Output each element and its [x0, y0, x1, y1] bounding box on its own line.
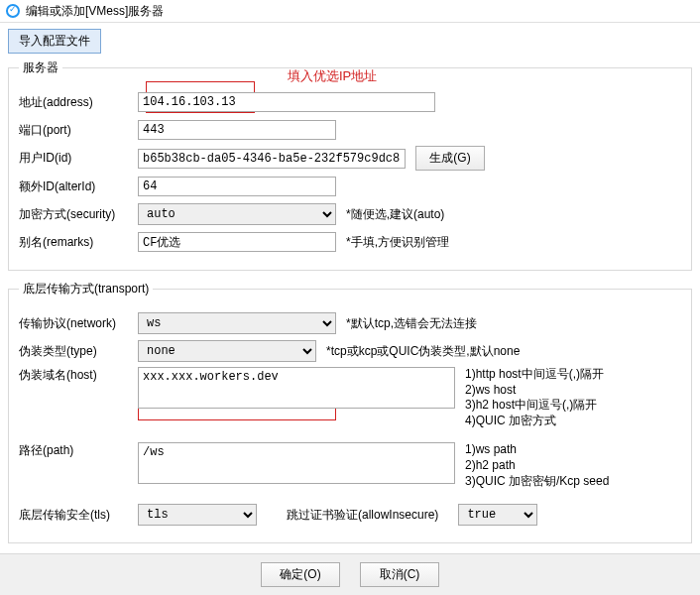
security-label: 加密方式(security) — [19, 206, 138, 223]
titlebar: 编辑或添加[VMess]服务器 — [0, 0, 700, 23]
transport-fieldset: 底层传输方式(transport) 传输协议(network) ws *默认tc… — [8, 281, 692, 543]
server-fieldset: 服务器 地址(address) 端口(port) 用户ID(id) 生成(G) … — [8, 60, 692, 271]
network-note: *默认tcp,选错会无法连接 — [346, 315, 477, 332]
path-label: 路径(path) — [19, 442, 138, 459]
type-select[interactable]: none — [138, 340, 316, 362]
port-input[interactable] — [138, 120, 336, 140]
userid-label: 用户ID(id) — [19, 150, 138, 167]
path-input[interactable] — [138, 442, 455, 484]
alterid-input[interactable] — [138, 177, 336, 196]
address-input[interactable] — [138, 92, 435, 112]
remarks-label: 别名(remarks) — [19, 234, 138, 251]
port-label: 端口(port) — [19, 122, 138, 139]
tls-select[interactable]: tls — [138, 504, 257, 526]
path-hints: 1)ws path 2)h2 path 3)QUIC 加密密钥/Kcp seed — [465, 442, 609, 489]
alterid-label: 额外ID(alterId) — [19, 178, 138, 195]
security-select[interactable]: auto — [138, 203, 336, 225]
transport-legend: 底层传输方式(transport) — [19, 281, 153, 298]
host-input[interactable] — [138, 367, 455, 409]
host-hints: 1)http host中间逗号(,)隔开 2)ws host 3)h2 host… — [465, 367, 604, 428]
type-label: 伪装类型(type) — [19, 343, 138, 360]
generate-button[interactable]: 生成(G) — [415, 146, 485, 171]
remarks-note: *手填,方便识别管理 — [346, 234, 449, 251]
window-title: 编辑或添加[VMess]服务器 — [26, 3, 164, 20]
window: 编辑或添加[VMess]服务器 导入配置文件 填入优选IP地址 服务器 地址(a… — [0, 0, 700, 595]
allowinsecure-label: 跳过证书验证(allowInsecure) — [287, 507, 438, 524]
server-legend: 服务器 — [19, 60, 62, 76]
remarks-input[interactable] — [138, 232, 336, 252]
network-label: 传输协议(network) — [19, 315, 138, 332]
address-label: 地址(address) — [19, 94, 138, 111]
tls-label: 底层传输安全(tls) — [19, 507, 138, 524]
type-note: *tcp或kcp或QUIC伪装类型,默认none — [326, 343, 520, 360]
import-config-button[interactable]: 导入配置文件 — [8, 29, 101, 54]
toolbar: 导入配置文件 — [0, 23, 700, 60]
dialog-button-bar: 确定(O) 取消(C) — [0, 553, 700, 595]
host-label: 伪装域名(host) — [19, 367, 138, 384]
ok-button[interactable]: 确定(O) — [261, 562, 340, 587]
cancel-button[interactable]: 取消(C) — [360, 562, 439, 587]
userid-input[interactable] — [138, 149, 406, 169]
app-icon — [6, 4, 20, 18]
allowinsecure-select[interactable]: true — [458, 504, 537, 526]
security-note: *随便选,建议(auto) — [346, 206, 444, 223]
network-select[interactable]: ws — [138, 312, 336, 334]
